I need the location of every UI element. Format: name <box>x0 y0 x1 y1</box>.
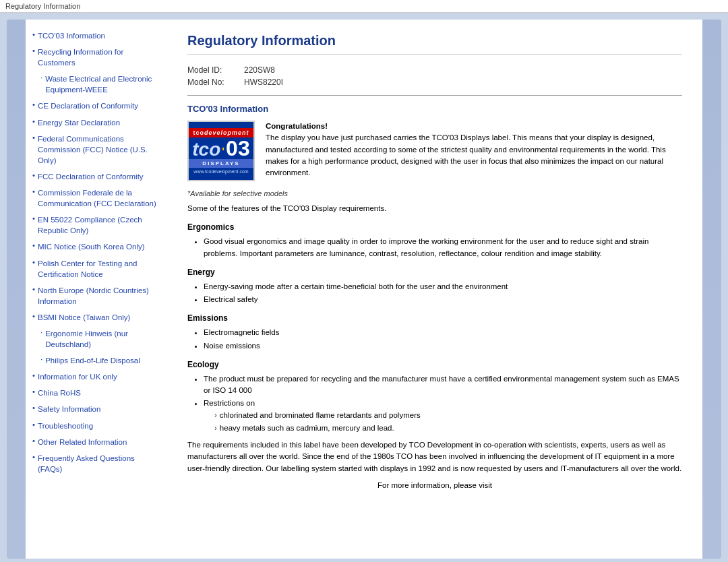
sidebar-item-mic[interactable]: MIC Notice (South Korea Only) <box>32 241 160 255</box>
ecology-list: The product must be prepared for recycli… <box>187 373 682 434</box>
right-accent <box>702 20 721 559</box>
sidebar-link-polish[interactable]: Polish Center for Testing and Certificat… <box>38 258 160 280</box>
energy-item-0: Energy-saving mode after a certain time-… <box>204 281 682 292</box>
sidebar-item-recycling[interactable]: Recycling Information for Customers <box>32 46 160 71</box>
ergonomics-list: Good visual ergonomics and image quality… <box>187 236 682 259</box>
sidebar-item-bsmi[interactable]: BSMI Notice (Taiwan Only) <box>32 312 160 325</box>
sidebar-link-bsmi[interactable]: BSMI Notice (Taiwan Only) <box>38 312 130 323</box>
ecology-sub-0: chlorinated and brominated flame retarda… <box>214 410 682 421</box>
sidebar-link-fcc[interactable]: Federal Communications Commission (FCC) … <box>38 133 160 166</box>
sidebar-item-ce[interactable]: CE Declaration of Conformity <box>32 100 160 114</box>
visit-text: For more information, please visit <box>187 480 682 491</box>
sidebar-item-safety[interactable]: Safety Information <box>32 404 160 417</box>
sidebar: TCO'03 Information Recycling Information… <box>26 20 167 559</box>
sidebar-item-uk[interactable]: Information for UK only <box>32 371 160 385</box>
sidebar-item-commission[interactable]: Commission Federale de la Communication … <box>32 187 160 212</box>
sidebar-link-trouble[interactable]: Troubleshooting <box>38 420 93 431</box>
sidebar-link-other[interactable]: Other Related Information <box>38 437 127 447</box>
emissions-item-0: Electromagnetic fields <box>204 327 682 338</box>
model-no-value: HWS8220I <box>244 77 682 87</box>
title-bar: Regulatory Information <box>0 0 728 13</box>
tco03-heading: TCO'03 Information <box>187 104 682 114</box>
congrats-text: The display you have just purchased carr… <box>266 133 666 177</box>
tco-displays-label: DISPLAYS <box>189 159 253 168</box>
sidebar-link-en55022[interactable]: EN 55022 Compliance (Czech Republic Only… <box>38 214 160 236</box>
selective-note: *Available for selective models <box>187 189 682 197</box>
emissions-list: Electromagnetic fields Noise emissions <box>187 327 682 352</box>
ecology-sub-1: heavy metals such as cadmium, mercury an… <box>214 423 682 434</box>
sidebar-link-waste[interactable]: Waste Electrical and Electronic Equipmen… <box>45 73 160 95</box>
model-no-label: Model No: <box>187 77 241 87</box>
features-text: Some of the features of the TCO'03 Displ… <box>187 203 682 214</box>
tco-block: tcodevelopment tco'03 DISPLAYS www.tcode… <box>187 121 682 181</box>
sidebar-link-faq[interactable]: Frequently Asked Questions (FAQs) <box>38 453 160 474</box>
emissions-heading: Emissions <box>187 313 682 323</box>
title-bar-text: Regulatory Information <box>5 2 80 10</box>
main-content: Regulatory Information Model ID: 220SW8 … <box>167 20 702 559</box>
sidebar-item-ergonomie[interactable]: Ergonomie Hinweis (nur Deutschland) <box>32 328 160 352</box>
model-info: Model ID: 220SW8 Model No: HWS8220I <box>187 65 682 87</box>
sidebar-link-north[interactable]: North Europe (Nordic Countries) Informat… <box>38 285 160 307</box>
page-title: Regulatory Information <box>187 33 682 55</box>
sidebar-link-uk[interactable]: Information for UK only <box>38 371 117 382</box>
sidebar-item-philips[interactable]: Philips End-of-Life Disposal <box>32 355 160 369</box>
congrats-heading: Congratulations! <box>266 122 328 130</box>
sidebar-link-fcc-decl[interactable]: FCC Declaration of Conformity <box>38 171 144 182</box>
ecology-heading: Ecology <box>187 360 682 369</box>
sidebar-link-philips[interactable]: Philips End-of-Life Disposal <box>45 355 140 366</box>
sidebar-link-safety[interactable]: Safety Information <box>38 404 100 414</box>
ecology-item-1: Restrictions on chlorinated and brominat… <box>204 398 682 434</box>
model-id-value: 220SW8 <box>244 65 682 75</box>
energy-item-1: Electrical safety <box>204 294 682 305</box>
model-id-label: Model ID: <box>187 65 241 75</box>
tco-url: www.tcodevelopment.com <box>193 169 248 174</box>
closing-text: The requirements included in this label … <box>187 439 682 474</box>
sidebar-item-en55022[interactable]: EN 55022 Compliance (Czech Republic Only… <box>32 214 160 239</box>
ergonomics-item-0: Good visual ergonomics and image quality… <box>204 236 682 259</box>
sidebar-item-faq[interactable]: Frequently Asked Questions (FAQs) <box>32 453 160 477</box>
tco-description: Congratulations! The display you have ju… <box>266 121 682 181</box>
sidebar-item-other[interactable]: Other Related Information <box>32 437 160 450</box>
ecology-sub-list: chlorinated and brominated flame retarda… <box>204 410 682 435</box>
tco-number: tco'03 <box>192 137 249 159</box>
sidebar-item-energy[interactable]: Energy Star Declaration <box>32 117 160 131</box>
sidebar-item-trouble[interactable]: Troubleshooting <box>32 420 160 434</box>
sidebar-item-fcc[interactable]: Federal Communications Commission (FCC) … <box>32 133 160 168</box>
tco-logo: tcodevelopment tco'03 DISPLAYS www.tcode… <box>187 121 255 181</box>
sidebar-link-commission[interactable]: Commission Federale de la Communication … <box>38 187 160 209</box>
ergonomics-heading: Ergonomics <box>187 222 682 232</box>
energy-heading: Energy <box>187 268 682 277</box>
sidebar-link-tco03[interactable]: TCO'03 Information <box>38 30 105 41</box>
ecology-item-0: The product must be prepared for recycli… <box>204 373 682 397</box>
divider <box>187 95 682 96</box>
sidebar-item-polish[interactable]: Polish Center for Testing and Certificat… <box>32 258 160 282</box>
emissions-item-1: Noise emissions <box>204 340 682 352</box>
sidebar-item-china[interactable]: China RoHS <box>32 387 160 401</box>
sidebar-link-china[interactable]: China RoHS <box>38 387 81 398</box>
sidebar-item-north[interactable]: North Europe (Nordic Countries) Informat… <box>32 285 160 309</box>
energy-list: Energy-saving mode after a certain time-… <box>187 281 682 306</box>
sidebar-item-waste[interactable]: Waste Electrical and Electronic Equipmen… <box>32 73 160 98</box>
left-accent <box>7 20 26 559</box>
sidebar-item-tco03[interactable]: TCO'03 Information <box>32 30 160 44</box>
sidebar-link-mic[interactable]: MIC Notice (South Korea Only) <box>38 241 145 252</box>
sidebar-link-ergonomie[interactable]: Ergonomie Hinweis (nur Deutschland) <box>45 328 160 350</box>
sidebar-link-energy[interactable]: Energy Star Declaration <box>38 117 120 128</box>
sidebar-item-fcc-decl[interactable]: FCC Declaration of Conformity <box>32 171 160 185</box>
sidebar-link-recycling[interactable]: Recycling Information for Customers <box>38 46 160 68</box>
sidebar-link-ce[interactable]: CE Declaration of Conformity <box>38 100 138 111</box>
